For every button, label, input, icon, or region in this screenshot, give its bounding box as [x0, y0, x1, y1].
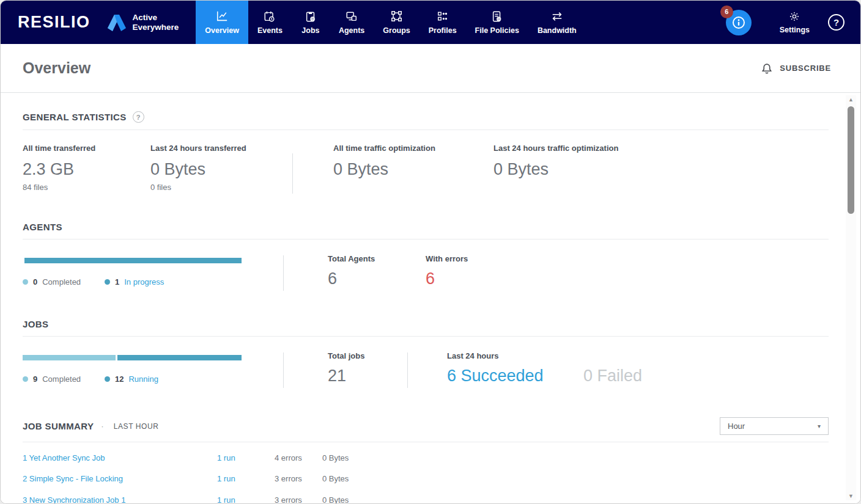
- agents-section: 0 Completed 1 In progress Total Agents 6…: [23, 254, 829, 291]
- file-gear-icon: [490, 10, 504, 23]
- tab-file-policies[interactable]: File Policies: [466, 1, 528, 44]
- period-select[interactable]: Hour ▾: [720, 417, 829, 435]
- job-errors: 4 errors: [275, 453, 322, 462]
- navbar-right: 6 Settings ?: [726, 1, 860, 44]
- bell-icon: [760, 62, 774, 75]
- job-link[interactable]: 3 New Synchronization Job 1: [23, 495, 217, 504]
- jobs-title: JOBS: [23, 319, 48, 329]
- job-bytes: 0 Bytes: [322, 495, 349, 504]
- top-navbar: RESILIO Active Everywhere Overview: [1, 1, 860, 44]
- job-bytes: 0 Bytes: [322, 474, 349, 483]
- overview-content: GENERAL STATISTICS ? All time transferre…: [1, 93, 860, 503]
- scroll-up-arrow[interactable]: ▲: [846, 95, 856, 104]
- tab-groups[interactable]: Groups: [374, 1, 419, 44]
- agents-legend-inprogress: 1 In progress: [105, 277, 187, 287]
- job-link[interactable]: 2 Simple Sync - File Locking: [23, 474, 217, 483]
- calendar-clock-icon: [263, 10, 276, 23]
- separator-dot: ·: [101, 422, 103, 431]
- help-button[interactable]: ?: [828, 14, 844, 31]
- tab-profiles[interactable]: Profiles: [419, 1, 466, 44]
- devices-icon: [345, 10, 358, 23]
- main-nav: Overview Events Jobs: [196, 1, 585, 44]
- jobs-legend-running: 12 Running: [105, 374, 187, 384]
- jobs-completed-segment: [23, 355, 116, 360]
- jobs-header: JOBS: [23, 319, 829, 329]
- divider: [283, 352, 284, 388]
- divider: [23, 442, 829, 442]
- tab-events[interactable]: Events: [248, 1, 292, 44]
- subscribe-button[interactable]: SUBSCRIBE: [760, 62, 831, 75]
- job-summary-table: 1 Yet Another Sync Job 1 run 4 errors 0 …: [23, 447, 829, 504]
- brand-area: RESILIO Active Everywhere: [1, 1, 179, 44]
- settings-button[interactable]: Settings: [780, 10, 810, 34]
- profiles-list-icon: [436, 10, 449, 23]
- tab-agents[interactable]: Agents: [330, 1, 374, 44]
- info-circle-icon: [731, 15, 746, 30]
- agents-progress-area: 0 Completed 1 In progress: [23, 254, 283, 291]
- stat-last24-transferred: Last 24 hours transferred 0 Bytes 0 file…: [150, 144, 292, 194]
- divider: [292, 153, 293, 194]
- general-statistics-help-icon[interactable]: ?: [133, 111, 144, 123]
- transfer-arrows-icon: [550, 10, 564, 23]
- clipboard-gear-icon: [304, 10, 317, 23]
- agents-legend: 0 Completed 1 In progress: [23, 277, 283, 287]
- line-chart-icon: [215, 10, 229, 23]
- stat-last24-optimization: Last 24 hours traffic optimization 0 Byt…: [493, 144, 829, 194]
- job-link[interactable]: 1 Yet Another Sync Job: [23, 453, 217, 462]
- jobs-succeeded-link[interactable]: 6 Succeeded: [447, 367, 566, 385]
- job-errors: 3 errors: [275, 495, 322, 504]
- scrollbar-thumb[interactable]: [848, 106, 854, 214]
- active-everywhere-mark-icon: [106, 13, 127, 32]
- jobs-last24-values: 6 Succeeded 0 Failed: [447, 367, 642, 385]
- divider: [23, 130, 829, 130]
- stat-all-time-optimization: All time traffic optimization 0 Bytes: [333, 144, 493, 194]
- notification-badge[interactable]: 6: [720, 5, 733, 18]
- jobs-progress-area: 9 Completed 12 Running: [23, 351, 283, 388]
- divider: [407, 352, 408, 388]
- agents-progress-bar: [23, 258, 242, 263]
- chevron-down-icon: ▾: [818, 423, 821, 429]
- agents-header: AGENTS: [23, 222, 829, 232]
- table-row: 3 New Synchronization Job 1 1 run 3 erro…: [23, 489, 829, 504]
- total-agents-stat: Total Agents 6: [328, 254, 426, 291]
- divider: [283, 255, 284, 291]
- completed-dot-icon: [23, 279, 28, 285]
- tab-bandwidth[interactable]: Bandwidth: [528, 1, 586, 44]
- jobs-progress-bar: [23, 355, 242, 360]
- table-row: 1 Yet Another Sync Job 1 run 4 errors 0 …: [23, 447, 829, 469]
- agents-with-errors-stat: With errors 6: [426, 254, 468, 291]
- running-dot-icon: [105, 376, 110, 382]
- job-runs-link[interactable]: 1 run: [217, 453, 275, 462]
- jobs-running-segment: [117, 355, 242, 360]
- tab-jobs[interactable]: Jobs: [292, 1, 330, 44]
- jobs-last24-stat: Last 24 hours 6 Succeeded 0 Failed: [447, 351, 642, 388]
- active-everywhere-logo: Active Everywhere: [106, 13, 179, 32]
- inprogress-dot-icon: [105, 279, 110, 285]
- agents-legend-completed: 0 Completed: [23, 277, 105, 287]
- divider: [23, 336, 829, 337]
- agents-title: AGENTS: [23, 222, 62, 232]
- stat-all-time-transferred: All time transferred 2.3 GB 84 files: [23, 144, 150, 194]
- resilio-logo: RESILIO: [18, 13, 91, 32]
- general-statistics-header: GENERAL STATISTICS ?: [23, 111, 829, 123]
- scroll-down-arrow[interactable]: ▼: [846, 492, 856, 500]
- group-nodes-icon: [390, 10, 404, 23]
- table-row: 2 Simple Sync - File Locking 1 run 3 err…: [23, 469, 829, 490]
- jobs-legend: 9 Completed 12 Running: [23, 374, 283, 384]
- agents-inprogress-segment: [24, 258, 242, 263]
- divider: [23, 239, 829, 239]
- job-runs-link[interactable]: 1 run: [217, 474, 275, 483]
- page-title: Overview: [23, 59, 91, 77]
- job-errors: 3 errors: [275, 474, 322, 483]
- tab-overview[interactable]: Overview: [196, 1, 248, 44]
- job-bytes: 0 Bytes: [322, 453, 349, 462]
- page-header: Overview SUBSCRIBE: [1, 44, 860, 93]
- app-window: RESILIO Active Everywhere Overview: [0, 0, 861, 504]
- notification-area: 6: [726, 10, 752, 35]
- jobs-section: 9 Completed 12 Running Total jobs 21 Las…: [23, 351, 829, 388]
- job-runs-link[interactable]: 1 run: [217, 495, 275, 504]
- job-summary-title: JOB SUMMARY: [23, 421, 94, 431]
- active-everywhere-wordmark: Active Everywhere: [133, 13, 179, 32]
- job-summary-period-label: LAST HOUR: [114, 422, 159, 431]
- vertical-scrollbar[interactable]: ▲ ▼: [846, 95, 856, 500]
